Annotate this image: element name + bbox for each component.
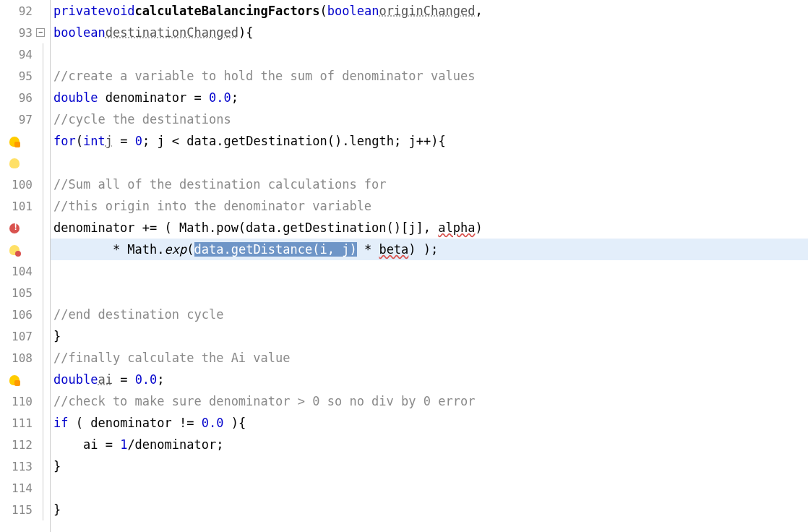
- code-line[interactable]: //create a variable to hold the sum of d…: [51, 65, 808, 87]
- error-alpha: alpha: [438, 220, 475, 235]
- method-call: getDestination: [224, 134, 327, 148]
- punct: ;: [157, 372, 164, 387]
- line-number: 92: [19, 4, 33, 18]
- literal: 0.0: [202, 416, 224, 430]
- selection[interactable]: data.getDistance(i, j): [194, 242, 357, 257]
- var-ai: ai: [98, 372, 112, 387]
- line-number: 110: [12, 395, 33, 408]
- gutter-row[interactable]: [0, 152, 50, 173]
- line-number: 112: [12, 438, 33, 452]
- method-name: calculateBalancingFactors: [135, 4, 320, 18]
- literal: 0.0: [209, 90, 231, 105]
- code-line[interactable]: denominator += ( Math.pow(data.getDestin…: [51, 217, 808, 239]
- code-line[interactable]: [51, 43, 808, 65]
- error-beta: beta: [379, 242, 408, 257]
- code-line[interactable]: //end destination cycle: [51, 304, 808, 325]
- punct: ){: [238, 25, 253, 40]
- code-line[interactable]: if ( denominator != 0.0 ){: [51, 412, 808, 434]
- code-text: *: [357, 242, 379, 257]
- punct: (: [186, 242, 194, 257]
- code-line[interactable]: double denominator = 0.0;: [51, 87, 808, 108]
- code-line[interactable]: boolean destinationChanged){: [51, 22, 808, 43]
- code-line[interactable]: ai = 1/denominator;: [51, 434, 808, 455]
- line-number: 107: [12, 330, 33, 343]
- brace: }: [53, 329, 61, 343]
- gutter-row: 95: [0, 65, 50, 87]
- code-line[interactable]: }: [51, 325, 808, 347]
- gutter-row: 112: [0, 434, 50, 455]
- keyword-void: void: [106, 4, 135, 18]
- field-data: data: [186, 134, 216, 148]
- code-line[interactable]: double ai = 0.0;: [51, 369, 808, 390]
- line-number: 111: [12, 416, 33, 430]
- line-number: 93: [19, 26, 33, 40]
- code-line[interactable]: //check to make sure denominator > 0 so …: [51, 390, 808, 412]
- code-line[interactable]: [51, 477, 808, 499]
- hint-bulb-icon[interactable]: [9, 158, 20, 168]
- warning-bulb-icon[interactable]: [9, 137, 20, 147]
- prop-length: length: [350, 134, 394, 148]
- code-text: denominator =: [98, 90, 209, 105]
- punct: (: [319, 4, 327, 18]
- line-number: 114: [12, 481, 33, 495]
- gutter-row[interactable]: [0, 239, 50, 260]
- gutter-row: 110: [0, 390, 50, 412]
- gutter-row: 101: [0, 195, 50, 217]
- code-editor[interactable]: private void calculateBalancingFactors(b…: [51, 0, 808, 532]
- gutter-row: 96: [0, 87, 50, 108]
- comment: //create a variable to hold the sum of d…: [53, 69, 475, 83]
- line-number: 105: [12, 286, 33, 300]
- gutter-row: 97: [0, 108, 50, 130]
- gutter-row: 104: [0, 260, 50, 282]
- line-number: 108: [12, 351, 33, 365]
- literal: 1: [120, 437, 127, 452]
- line-number: 115: [12, 503, 33, 517]
- warning-bulb-icon[interactable]: [9, 375, 20, 385]
- gutter-row[interactable]: [0, 217, 50, 239]
- line-number: 95: [19, 69, 33, 83]
- gutter-row: 111: [0, 412, 50, 434]
- param-originChanged: originChanged: [379, 4, 475, 18]
- gutter-row: 107: [0, 325, 50, 347]
- code-line[interactable]: }: [51, 455, 808, 477]
- comment: //finally calculate the Ai value: [53, 351, 291, 365]
- punct: ;: [142, 134, 157, 148]
- error-icon[interactable]: [9, 223, 20, 233]
- keyword-private: private: [53, 4, 106, 18]
- code-line[interactable]: //cycle the destinations: [51, 108, 808, 130]
- line-number: 113: [12, 460, 33, 473]
- punct: ,: [475, 4, 482, 18]
- line-number: 106: [12, 308, 33, 322]
- punct: ().: [327, 134, 350, 148]
- line-number: 97: [19, 113, 33, 126]
- line-number: 94: [19, 48, 33, 61]
- gutter-row[interactable]: [0, 369, 50, 390]
- keyword-if: if: [53, 416, 68, 430]
- punct: ;: [231, 90, 238, 105]
- gutter-row: 100: [0, 173, 50, 195]
- gutter-row: 93−: [0, 22, 50, 43]
- keyword-int: int: [83, 134, 106, 148]
- code-line[interactable]: }: [51, 499, 808, 520]
- code-line[interactable]: //this origin into the denominator varia…: [51, 195, 808, 217]
- code-text: * Math.: [53, 242, 165, 257]
- gutter-row: 105: [0, 282, 50, 304]
- code-line[interactable]: //Sum all of the destination calculation…: [51, 173, 808, 195]
- code-line[interactable]: [51, 260, 808, 282]
- punct: ){: [223, 416, 246, 430]
- code-line[interactable]: [51, 282, 808, 304]
- gutter-row[interactable]: [0, 130, 50, 152]
- keyword-boolean: boolean: [327, 4, 379, 18]
- line-number: 100: [12, 178, 33, 192]
- code-line[interactable]: for(int j = 0; j < data.getDestination()…: [51, 130, 808, 152]
- code-text: =: [113, 134, 135, 148]
- code-line[interactable]: [51, 152, 808, 173]
- code-line[interactable]: //finally calculate the Ai value: [51, 347, 808, 369]
- method-exp: exp: [165, 242, 187, 257]
- punct: (: [76, 134, 83, 148]
- punct: ) );: [408, 242, 438, 257]
- code-line[interactable]: private void calculateBalancingFactors(b…: [51, 0, 808, 22]
- fold-toggle-icon[interactable]: −: [36, 28, 45, 37]
- error-bulb-icon[interactable]: [9, 245, 20, 255]
- code-line-current[interactable]: * Math.exp(data.getDistance(i, j) * beta…: [51, 239, 808, 260]
